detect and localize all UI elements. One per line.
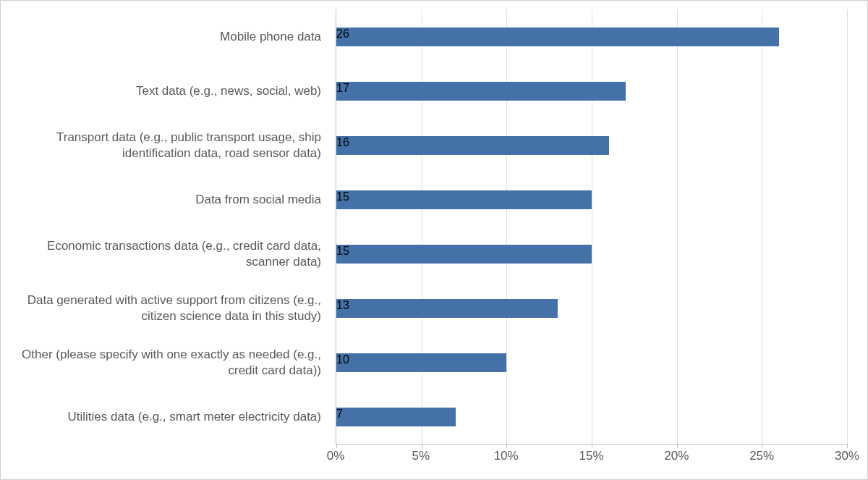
y-tick-label: Utilities data (e.g., smart meter electr… xyxy=(8,390,328,445)
bar: 10 xyxy=(336,353,506,372)
x-tick-mark xyxy=(762,444,762,448)
x-tick-mark xyxy=(506,444,507,448)
x-tick-mark xyxy=(336,444,337,448)
x-tick-mark xyxy=(592,444,592,448)
bar-row: 17 xyxy=(336,64,847,118)
y-axis-labels: Mobile phone dataText data (e.g., news, … xyxy=(8,9,328,445)
x-tick-label: 0% xyxy=(327,449,345,463)
grid-line xyxy=(847,9,848,444)
bar: 15 xyxy=(336,190,592,209)
x-tick-mark xyxy=(677,444,678,448)
x-tick-label: 10% xyxy=(494,449,519,463)
bar: 26 xyxy=(336,28,779,46)
x-tick-label: 20% xyxy=(664,449,689,463)
x-tick-label: 5% xyxy=(412,449,430,463)
bars-container: 261716151513107 xyxy=(336,9,847,444)
x-tick-mark xyxy=(422,444,422,448)
bar-row: 16 xyxy=(336,118,847,172)
x-tick-label: 15% xyxy=(579,449,603,463)
bar: 16 xyxy=(336,136,609,155)
y-tick-label: Text data (e.g., news, social, web) xyxy=(8,64,328,118)
bar-row: 10 xyxy=(336,335,847,390)
bar: 15 xyxy=(336,245,592,264)
bar: 17 xyxy=(336,82,626,101)
x-tick-label: 30% xyxy=(835,449,859,463)
x-tick-label: 25% xyxy=(749,449,774,463)
y-tick-label: Data generated with active support from … xyxy=(8,282,328,336)
bar: 13 xyxy=(336,299,558,318)
y-tick-label: Other (please specify with one exactly a… xyxy=(8,336,328,390)
y-tick-label: Mobile phone data xyxy=(8,9,328,64)
y-tick-label: Economic transactions data (e.g., credit… xyxy=(8,227,328,282)
bar-row: 26 xyxy=(336,9,847,64)
x-tick-mark xyxy=(847,444,848,448)
plot-area: 261716151513107 xyxy=(336,9,847,445)
y-tick-label: Data from social media xyxy=(8,172,328,227)
bar-row: 13 xyxy=(336,281,847,335)
y-tick-label: Transport data (e.g., public transport u… xyxy=(8,118,328,172)
bar-row: 7 xyxy=(336,390,847,444)
bar-row: 15 xyxy=(336,172,847,227)
bar-row: 15 xyxy=(336,227,847,281)
x-axis: 0%5%10%15%20%25%30% xyxy=(336,449,847,471)
bar: 7 xyxy=(336,408,456,426)
bar-chart: Mobile phone dataText data (e.g., news, … xyxy=(0,0,868,480)
